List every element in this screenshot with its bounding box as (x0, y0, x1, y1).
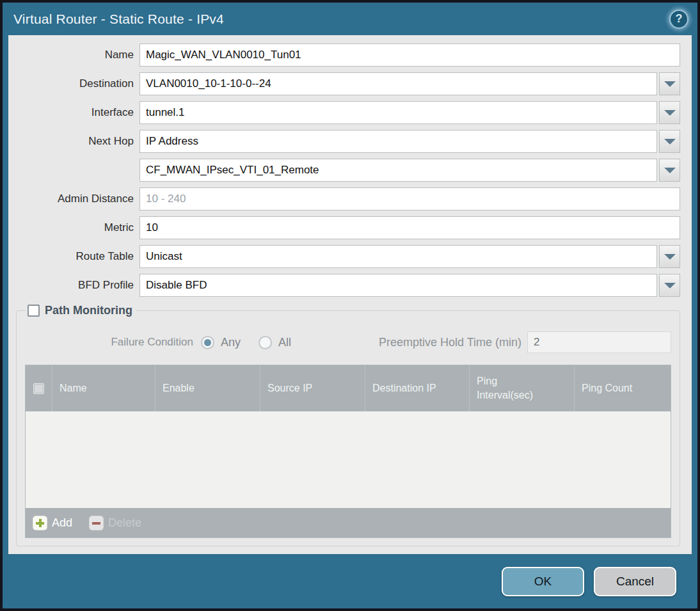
dialog-title: Virtual Router - Static Route - IPv4 (13, 12, 224, 27)
table-header-source-ip[interactable]: Source IP (260, 365, 365, 411)
next-hop-address-field-wrap (139, 159, 680, 182)
path-monitoring-title: Path Monitoring (45, 304, 132, 317)
chevron-down-icon (664, 168, 676, 173)
form-row-admin-distance: Admin Distance (16, 187, 680, 210)
radio-dot-icon (204, 339, 211, 346)
destination-field-wrap (139, 72, 680, 95)
bfd-profile-input[interactable] (139, 274, 657, 297)
form-row-next-hop-address (16, 159, 680, 182)
help-icon[interactable]: ? (669, 10, 688, 29)
table-body-empty (26, 411, 671, 508)
dialog-titlebar: Virtual Router - Static Route - IPv4 ? (3, 3, 697, 35)
table-header-checkbox-cell (26, 365, 52, 411)
table-header-ping-interval[interactable]: Ping Interval(sec) (470, 365, 575, 411)
table-footer-toolbar: Add Delete (26, 508, 671, 537)
cancel-button[interactable]: Cancel (594, 567, 676, 596)
path-monitoring-legend: Path Monitoring (26, 304, 136, 317)
form-row-next-hop: Next Hop (16, 130, 680, 153)
metric-input[interactable] (139, 216, 680, 239)
form-row-metric: Metric (16, 216, 680, 239)
radio-item-any: Any (201, 336, 241, 349)
next-hop-field-wrap (139, 130, 680, 153)
admin-distance-input[interactable] (139, 187, 680, 210)
chevron-down-icon (664, 81, 676, 87)
form-row-route-table: Route Table (16, 245, 680, 268)
chevron-down-icon (664, 139, 676, 145)
admin-distance-field-wrap (139, 187, 680, 210)
admin-distance-label: Admin Distance (16, 187, 139, 210)
metric-field-wrap (139, 216, 680, 239)
radio-all[interactable] (259, 336, 272, 349)
minus-icon (89, 516, 104, 530)
bfd-profile-label: BFD Profile (16, 274, 139, 297)
add-button[interactable]: Add (33, 516, 72, 530)
failure-condition-label: Failure Condition (25, 336, 201, 349)
form-row-name: Name (16, 44, 680, 67)
radio-all-label: All (278, 336, 291, 349)
chevron-down-icon (664, 283, 676, 289)
metric-label: Metric (16, 216, 139, 239)
name-label: Name (16, 44, 139, 67)
preemptive-hold-time-input[interactable] (527, 331, 671, 353)
route-table-field-wrap (139, 245, 680, 268)
form-row-destination: Destination (16, 72, 680, 95)
next-hop-label: Next Hop (16, 130, 139, 153)
table-header-ping-count[interactable]: Ping Count (575, 365, 671, 411)
table-header-name[interactable]: Name (52, 365, 155, 411)
next-hop-type-input[interactable] (139, 130, 657, 153)
dialog-footer: OK Cancel (3, 554, 697, 608)
table-header-enable[interactable]: Enable (155, 365, 260, 411)
bfd-profile-field-wrap (139, 274, 680, 297)
radio-any[interactable] (201, 336, 214, 349)
next-hop-address-dropdown-button[interactable] (659, 159, 680, 182)
preemptive-hold-time-label: Preemptive Hold Time (min) (379, 336, 527, 349)
form-row-bfd-profile: BFD Profile (16, 274, 680, 297)
interface-field-wrap (139, 101, 680, 124)
static-route-dialog: Virtual Router - Static Route - IPv4 ? N… (3, 3, 697, 608)
delete-button-label: Delete (108, 516, 141, 530)
ok-button[interactable]: OK (502, 567, 584, 596)
table-header-row: Name Enable Source IP Destination IP Pin… (26, 365, 671, 411)
destination-input[interactable] (139, 72, 657, 95)
screen-frame: Virtual Router - Static Route - IPv4 ? N… (0, 0, 700, 611)
dialog-content: Name Destination Interface (8, 35, 692, 554)
form-row-interface: Interface (16, 101, 680, 124)
failure-condition-radio-group: Any All (201, 336, 291, 349)
destination-label: Destination (16, 72, 139, 95)
interface-input[interactable] (139, 101, 657, 124)
radio-any-label: Any (221, 336, 241, 349)
destination-dropdown-button[interactable] (659, 72, 680, 95)
chevron-down-icon (664, 110, 676, 116)
failure-condition-row: Failure Condition Any All Preemptive Hol… (25, 331, 671, 353)
delete-button[interactable]: Delete (89, 516, 141, 530)
route-table-dropdown-button[interactable] (659, 245, 680, 268)
add-button-label: Add (52, 516, 72, 530)
interface-dropdown-button[interactable] (659, 101, 680, 124)
chevron-down-icon (664, 254, 676, 260)
name-field-wrap (139, 44, 680, 67)
path-monitoring-checkbox[interactable] (28, 305, 40, 317)
name-input[interactable] (139, 44, 680, 67)
next-hop-address-input[interactable] (139, 159, 657, 182)
route-table-input[interactable] (139, 245, 657, 268)
table-header-destination-ip[interactable]: Destination IP (365, 365, 470, 411)
select-all-checkbox[interactable] (33, 383, 44, 394)
radio-item-all: All (259, 336, 291, 349)
path-monitoring-section: Path Monitoring Failure Condition Any Al… (16, 304, 680, 546)
path-monitoring-table: Name Enable Source IP Destination IP Pin… (25, 365, 671, 538)
bfd-profile-dropdown-button[interactable] (659, 274, 680, 297)
route-table-label: Route Table (16, 245, 139, 268)
next-hop-address-label (16, 159, 139, 182)
interface-label: Interface (16, 101, 139, 124)
next-hop-dropdown-button[interactable] (659, 130, 680, 153)
plus-icon (33, 516, 47, 530)
